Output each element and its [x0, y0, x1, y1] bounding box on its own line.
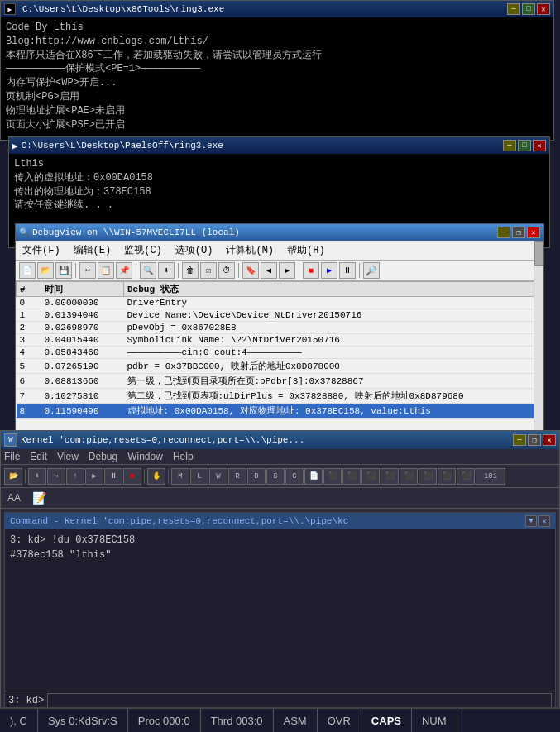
windbg-menu-view[interactable]: View [57, 451, 79, 462]
windbg-menu-window[interactable]: Window [127, 451, 163, 462]
table-row[interactable]: 3 0.04015440 SymbolicLink Name: \??\NtDr… [17, 334, 543, 347]
tb-cut[interactable]: ✂ [79, 262, 96, 279]
tb-sep-5 [299, 263, 299, 278]
table-row[interactable]: 1 0.01394040 Device Name:\Device\Device_… [17, 309, 543, 322]
windbg-tb-watch[interactable]: W [209, 468, 227, 485]
table-row[interactable]: 7 0.10275810 第二级，已找到页表项:ulDirPlus = 0x37… [17, 389, 543, 404]
windbg-tb-hand[interactable]: ✋ [147, 468, 165, 485]
windbg-tb-disasm[interactable]: D [247, 468, 266, 485]
windbg-tb-sep2 [144, 469, 145, 484]
command-close-btn[interactable]: ✕ [538, 515, 550, 527]
windbg-tb-cmd[interactable]: C [285, 468, 304, 485]
windbg-restore[interactable]: ❐ [528, 434, 541, 446]
cmd2-close[interactable]: ✕ [533, 140, 546, 151]
minimize-button[interactable]: — [507, 3, 520, 15]
command-input[interactable] [47, 693, 552, 708]
menu-options[interactable]: 选项(O) [172, 242, 217, 258]
table-row[interactable]: 2 0.02698970 pDevObj = 0x867028E8 [17, 322, 543, 334]
debugview-close[interactable]: ✕ [527, 227, 540, 238]
debugview-table-container[interactable]: # 时间 Debug 状态 0 0.00000000 DriverEntry 1… [16, 281, 543, 442]
table-row[interactable]: 5 0.07265190 pdbr = 0x37BBC000, 映射后的地址0x… [17, 359, 543, 374]
tb-new[interactable]: 📄 [19, 262, 36, 279]
cmd2-titlebar: ▶ C:\Users\L\Desktop\PaelsOff\ring3.exe … [9, 137, 549, 154]
windbg-tb-step-in[interactable]: ⬇ [28, 468, 46, 485]
windbg-tb-open[interactable]: 📂 [4, 468, 22, 485]
table-row[interactable]: 0 0.00000000 DriverEntry [17, 297, 543, 309]
cell-num: 1 [17, 309, 41, 322]
tb-copy[interactable]: 📋 [98, 262, 114, 279]
cell-num: 8 [17, 404, 41, 419]
windbg-minimize[interactable]: — [513, 434, 526, 446]
tb-save[interactable]: 💾 [55, 262, 72, 279]
windbg-tb-step-out[interactable]: ↑ [66, 468, 84, 485]
debugview-scrollbar[interactable] [534, 241, 543, 446]
windbg-tb-stop[interactable]: ■ [123, 468, 141, 485]
menu-file[interactable]: 文件(F) [19, 242, 64, 258]
windbg-tb-break[interactable]: ⏸ [104, 468, 122, 485]
command-titlebar: Command - Kernel 'com:pipe,resets=0,reco… [5, 513, 555, 529]
windbg-aa-button[interactable]: AA [4, 490, 24, 505]
tb-pause[interactable]: ⏸ [339, 262, 356, 279]
tb-bookmark[interactable]: 🔖 [242, 262, 259, 279]
windbg-tb-more1[interactable]: ⬛ [323, 468, 342, 485]
windbg-tb-more3[interactable]: ⬛ [361, 468, 380, 485]
windbg-tb-more6[interactable]: ⬛ [419, 468, 437, 485]
windbg-tb-more4[interactable]: ⬛ [381, 468, 399, 485]
windbg-tb-step-over[interactable]: ↪ [47, 468, 65, 485]
tb-clear[interactable]: 🗑 [182, 262, 199, 279]
cell-num: 3 [17, 334, 41, 347]
windbg-note-button[interactable]: 📝 [29, 490, 50, 506]
cmd2-line-0: 传入的虚拟地址：0x00DA0158 [14, 171, 544, 185]
tb-clock[interactable]: ⏱ [218, 262, 235, 279]
windbg-tb-run[interactable]: ▶ [85, 468, 103, 485]
maximize-button[interactable]: □ [522, 3, 535, 15]
cmd2-minimize[interactable]: — [503, 140, 516, 151]
close-button[interactable]: ✕ [537, 3, 550, 15]
windbg-tb-ascii[interactable]: 101 [476, 468, 505, 485]
cell-msg: SymbolicLink Name: \??\NtDriver20150716 [124, 334, 543, 347]
scrollbar-thumb[interactable] [534, 241, 543, 266]
windbg-menu-debug[interactable]: Debug [89, 451, 117, 462]
debugview-minimize[interactable]: — [497, 227, 510, 238]
cmd2-maximize[interactable]: □ [518, 140, 531, 151]
tb-filter[interactable]: ☑ [200, 262, 217, 279]
tb-prev[interactable]: ◀ [261, 262, 277, 279]
windbg-tb-more5[interactable]: ⬛ [400, 468, 418, 485]
tb-search[interactable]: 🔍 [140, 262, 156, 279]
debugview-restore[interactable]: ❐ [512, 227, 525, 238]
debugview-menubar: 文件(F) 编辑(E) 监视(C) 选项(O) 计算机(M) 帮助(H) [16, 241, 543, 261]
cmd1-line-5: 页机制<PG>启用 [6, 90, 548, 104]
windbg-tb-stack[interactable]: S [266, 468, 285, 485]
windbg-menu-file[interactable]: File [4, 451, 20, 462]
cmd-window-1: ▶ C:\Users\L\Desktop\x86Tools\ring3.exe … [0, 0, 554, 141]
tb-next-bm[interactable]: ▶ [279, 262, 295, 279]
menu-computer[interactable]: 计算机(M) [223, 242, 277, 258]
menu-monitor[interactable]: 监视(C) [121, 242, 165, 258]
tb-open[interactable]: 📂 [37, 262, 54, 279]
cmd2-controls: — □ ✕ [503, 140, 546, 151]
status-num: NUM [412, 709, 457, 732]
table-row[interactable]: 4 0.05843460 ——————————cin:0 cout:4—————… [17, 347, 543, 359]
cmd1-line-7: 页面大小扩展<PSE>已开启 [6, 118, 548, 132]
tb-paste[interactable]: 📌 [116, 262, 132, 279]
windbg-menu-help[interactable]: Help [173, 451, 194, 462]
menu-help[interactable]: 帮助(H) [284, 242, 328, 258]
windbg-tb-regs[interactable]: R [228, 468, 246, 485]
windbg-menu-edit[interactable]: Edit [30, 451, 47, 462]
table-row[interactable]: 8 0.11590490 虚拟地址: 0x00DA0158, 对应物理地址: 0… [17, 404, 543, 419]
windbg-tb-mem[interactable]: M [171, 468, 189, 485]
table-row[interactable]: 6 0.08813660 第一级，已找到页目录项所在页:pPdbr[3]:0x3… [17, 374, 543, 389]
windbg-tb-more8[interactable]: ⬛ [457, 468, 475, 485]
tb-stop[interactable]: ■ [303, 262, 319, 279]
tb-find2[interactable]: 🔎 [363, 262, 380, 279]
tb-find[interactable]: ⬇ [158, 262, 175, 279]
windbg-tb-more2[interactable]: ⬛ [342, 468, 361, 485]
windbg-tb-src[interactable]: 📄 [304, 468, 323, 485]
windbg-tb-more7[interactable]: ⬛ [438, 468, 456, 485]
command-menu-btn[interactable]: ▼ [525, 515, 537, 527]
menu-edit[interactable]: 编辑(E) [70, 242, 115, 258]
status-bar: ), C Sys 0:KdSrv:S Proc 000:0 Thrd 003:0… [0, 707, 560, 732]
tb-play[interactable]: ▶ [321, 262, 337, 279]
windbg-tb-locals[interactable]: L [190, 468, 208, 485]
windbg-close[interactable]: ✕ [543, 434, 556, 446]
